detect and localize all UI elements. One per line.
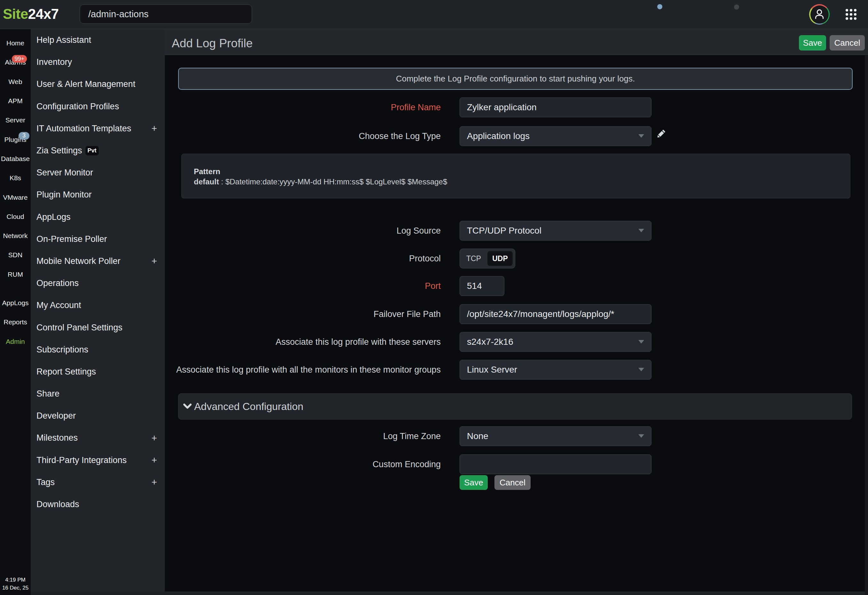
primary-nav-k8s[interactable]: K8s <box>0 168 31 188</box>
admin-menu-my-account[interactable]: My Account <box>31 294 165 317</box>
expand-plus-icon[interactable]: + <box>151 433 157 443</box>
admin-menu-applogs[interactable]: AppLogs <box>31 206 165 228</box>
input-custom-encoding[interactable] <box>460 454 651 474</box>
primary-nav-label: SDN <box>8 251 22 259</box>
admin-menu-control-panel-settings[interactable]: Control Panel Settings <box>31 317 165 339</box>
logo-green-part: Site <box>3 6 28 22</box>
horizontal-scrollbar[interactable] <box>31 592 868 595</box>
main-content: Add Log Profile Save Cancel Complete the… <box>165 29 868 595</box>
expand-plus-icon[interactable]: + <box>151 455 157 465</box>
admin-menu-server-monitor[interactable]: Server Monitor <box>31 162 165 184</box>
field-label-servers: Associate this log profile with these se… <box>276 332 441 352</box>
advanced-configuration-header[interactable]: Advanced Configuration <box>178 393 852 420</box>
admin-menu-label: Subscriptions <box>37 345 88 355</box>
select-servers[interactable]: s24x7-2k16 <box>460 332 651 352</box>
protocol-option-udp[interactable]: UDP <box>487 251 513 266</box>
protocol-toggle: TCP UDP <box>460 249 515 268</box>
primary-nav-home[interactable]: Home <box>0 34 31 53</box>
site24x7-logo[interactable]: Site24x7 <box>3 6 59 22</box>
cancel-button-bottom[interactable]: Cancel <box>495 475 531 490</box>
admin-menu-zia-settings[interactable]: Zia SettingsPvt <box>31 140 165 162</box>
nav-badge: 99+ <box>12 55 27 63</box>
admin-menu-label: Inventory <box>37 57 72 67</box>
admin-menu-label: IT Automation Templates <box>37 124 131 134</box>
edit-pencil-icon[interactable] <box>656 129 666 139</box>
primary-nav-vmware[interactable]: VMware <box>0 188 31 207</box>
input-profile-name[interactable]: Zylker application <box>460 97 651 117</box>
primary-nav-web[interactable]: Web <box>0 72 31 91</box>
primary-nav-server[interactable]: Server <box>0 110 31 130</box>
admin-menu-help-assistant[interactable]: Help Assistant <box>31 29 165 51</box>
primary-nav-sdn[interactable]: SDN <box>0 245 31 265</box>
field-value: None <box>467 431 489 441</box>
primary-nav-apm[interactable]: APM <box>0 91 31 110</box>
admin-menu-label: Tags <box>37 477 55 487</box>
admin-menu-mobile-network-poller[interactable]: Mobile Network Poller+ <box>31 250 165 272</box>
primary-nav-admin[interactable]: Admin <box>0 332 31 351</box>
primary-nav-rum[interactable]: RUM <box>0 265 31 284</box>
admin-menu-tags[interactable]: Tags+ <box>31 471 165 493</box>
select-log-time-zone[interactable]: None <box>460 426 651 446</box>
pattern-key: default <box>194 177 219 186</box>
cancel-button-top[interactable]: Cancel <box>830 35 865 50</box>
admin-menu-user-alert-management[interactable]: User & Alert Management <box>31 73 165 95</box>
admin-menu-label: Server Monitor <box>37 168 93 178</box>
primary-nav-plugins[interactable]: Plugins3 <box>0 130 31 149</box>
admin-menu-label: Configuration Profiles <box>37 102 119 112</box>
user-avatar[interactable] <box>809 4 830 25</box>
clock-date: 16 Dec, 25 <box>0 584 31 592</box>
search-input[interactable]: /admin-actions <box>80 4 252 24</box>
apps-grid-icon[interactable] <box>846 9 857 21</box>
select-log-type[interactable]: Application logs <box>460 126 651 146</box>
primary-nav-alarms[interactable]: Alarms99+ <box>0 53 31 72</box>
select-monitor-groups[interactable]: Linux Server <box>460 360 651 380</box>
admin-menu-label: Developer <box>37 411 76 421</box>
primary-nav-cloud[interactable]: Cloud <box>0 207 31 226</box>
admin-menu-label: Report Settings <box>37 367 96 377</box>
admin-menu-operations[interactable]: Operations <box>31 272 165 294</box>
input-failover-file-path[interactable]: /opt/site24x7/monagent/logs/applog/* <box>460 304 651 324</box>
primary-nav-network[interactable]: Network <box>0 226 31 245</box>
admin-menu-inventory[interactable]: Inventory <box>31 51 165 73</box>
admin-menu-on-premise-poller[interactable]: On-Premise Poller <box>31 228 165 250</box>
field-value: /opt/site24x7/monagent/logs/applog/* <box>467 309 614 319</box>
primary-nav-label: Reports <box>3 318 27 326</box>
admin-sidebar: Help AssistantInventoryUser & Alert Mana… <box>31 29 165 595</box>
protocol-option-tcp[interactable]: TCP <box>460 249 487 268</box>
admin-menu-developer[interactable]: Developer <box>31 405 165 427</box>
admin-menu-label: Third-Party Integrations <box>37 455 127 465</box>
field-label-protocol: Protocol <box>409 249 441 268</box>
admin-menu-downloads[interactable]: Downloads <box>31 493 165 515</box>
admin-menu-label: Mobile Network Poller <box>37 256 121 266</box>
admin-menu-it-automation-templates[interactable]: IT Automation Templates+ <box>31 118 165 140</box>
primary-nav-label: VMware <box>3 194 28 201</box>
save-button-bottom[interactable]: Save <box>460 475 488 490</box>
vertical-scrollbar[interactable] <box>865 55 868 595</box>
admin-menu-label: AppLogs <box>37 212 71 222</box>
admin-menu-share[interactable]: Share <box>31 383 165 405</box>
expand-plus-icon[interactable]: + <box>151 256 157 267</box>
expand-plus-icon[interactable]: + <box>151 477 157 487</box>
admin-menu-third-party-integrations[interactable]: Third-Party Integrations+ <box>31 449 165 471</box>
admin-menu-subscriptions[interactable]: Subscriptions <box>31 339 165 361</box>
field-label-custom-encoding: Custom Encoding <box>373 454 441 474</box>
expand-plus-icon[interactable]: + <box>151 123 157 134</box>
chevron-down-icon <box>638 134 644 138</box>
field-value: Linux Server <box>467 365 517 375</box>
admin-menu-report-settings[interactable]: Report Settings <box>31 361 165 383</box>
admin-menu-milestones[interactable]: Milestones+ <box>31 427 165 449</box>
save-button-top[interactable]: Save <box>799 35 826 50</box>
admin-menu-configuration-profiles[interactable]: Configuration Profiles <box>31 96 165 118</box>
admin-menu-plugin-monitor[interactable]: Plugin Monitor <box>31 184 165 206</box>
primary-nav-label: Server <box>6 116 25 124</box>
logo-white-part: 24x7 <box>28 6 59 22</box>
field-label-log-type: Choose the Log Type <box>359 126 441 146</box>
select-log-source[interactable]: TCP/UDP Protocol <box>460 221 651 241</box>
primary-nav-database[interactable]: Database <box>0 149 31 168</box>
nav-badge: 3 <box>19 132 30 140</box>
field-label-log-time-zone: Log Time Zone <box>383 426 441 446</box>
input-port[interactable]: 514 <box>460 276 504 296</box>
primary-nav-applogs[interactable]: AppLogs <box>0 293 31 312</box>
admin-menu-label: User & Alert Management <box>37 79 135 89</box>
primary-nav-reports[interactable]: Reports <box>0 312 31 332</box>
